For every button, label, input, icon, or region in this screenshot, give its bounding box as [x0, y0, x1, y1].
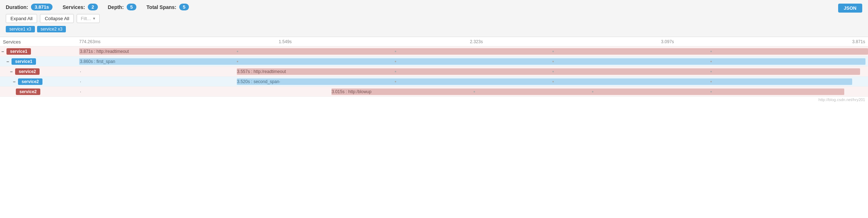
dot: [395, 71, 396, 72]
row-timeline: 3.860s : first_span: [79, 56, 868, 66]
stats-row: Duration: 3.871s Services: 2 Depth: 5 To…: [6, 4, 862, 10]
row-service-col: – service1: [0, 48, 79, 55]
dot: [395, 61, 396, 62]
filter-button[interactable]: Filt... ▼: [77, 14, 100, 23]
collapse-row-button[interactable]: –: [6, 59, 10, 64]
dot: [237, 61, 238, 62]
duration-label: Duration:: [6, 4, 28, 10]
time-marker-1: 774.263ms: [79, 39, 100, 45]
dot-prefix: ·: [80, 89, 81, 94]
dot: [395, 51, 396, 52]
services-label: Services:: [63, 4, 85, 10]
row-service-col: – service1: [0, 58, 79, 65]
dot-prefix: ·: [80, 79, 81, 84]
service-label[interactable]: service2: [16, 88, 40, 95]
trace-row: – service2 · 3.520s : second_span·: [0, 77, 868, 87]
collapse-all-button[interactable]: Collapse All: [40, 14, 74, 23]
dot: [710, 51, 712, 52]
span-bar: [79, 58, 865, 65]
span-bar: [237, 68, 860, 75]
dot: [710, 61, 712, 62]
trace-row: – service1 3.860s : first_span: [0, 56, 868, 67]
tags-row: service1 x3 service2 x3: [6, 26, 862, 32]
total-spans-value: 5: [179, 4, 189, 10]
dot: [710, 81, 712, 82]
duration-stat: Duration: 3.871s: [6, 4, 53, 10]
dot: [237, 51, 238, 52]
span-bar: [331, 88, 844, 95]
depth-label: Depth:: [108, 4, 124, 10]
trace-row: – service2 · 3.557s : http:/readtimeout: [0, 67, 868, 77]
dot: [710, 91, 712, 92]
span-bar: [79, 48, 868, 55]
dot: [552, 61, 554, 62]
dot: [552, 71, 554, 72]
dot: [474, 91, 475, 92]
services-column-header: Services: [0, 39, 79, 45]
time-marker-4: 3.097s: [661, 39, 674, 45]
dot: [592, 91, 593, 92]
service-label[interactable]: service1: [12, 58, 36, 65]
row-timeline: · 3.557s : http:/readtimeout: [79, 67, 868, 76]
dot: [552, 51, 554, 52]
dot-prefix: ·: [80, 69, 81, 74]
service2-tag[interactable]: service2 x3: [37, 26, 66, 32]
services-value: 2: [88, 4, 98, 10]
service-label[interactable]: service2: [18, 78, 42, 85]
collapse-row-button[interactable]: –: [13, 79, 17, 84]
top-bar: Duration: 3.871s Services: 2 Depth: 5 To…: [0, 0, 868, 37]
trace-area: Services 774.263ms 1.549s 2.323s 3.097s …: [0, 37, 868, 103]
dot: [395, 81, 396, 82]
span-bar: [237, 78, 852, 85]
json-button[interactable]: JSON: [838, 4, 862, 13]
trace-row: service2 · 3.015s : http:/blowup: [0, 87, 868, 97]
expand-all-button[interactable]: Expand All: [6, 14, 37, 23]
trace-row: – service1 3.871s : http:/readtimeout: [0, 46, 868, 56]
chevron-down-icon: ▼: [92, 17, 96, 21]
dot: [710, 71, 712, 72]
row-service-col: service2: [0, 88, 79, 95]
depth-stat: Depth: 5: [108, 4, 137, 10]
depth-value: 5: [127, 4, 136, 10]
total-spans-stat: Total Spans: 5: [146, 4, 189, 10]
service1-tag[interactable]: service1 x3: [6, 26, 35, 32]
row-timeline: 3.871s : http:/readtimeout: [79, 46, 868, 56]
row-service-col: – service2: [0, 78, 79, 85]
collapse-row-button[interactable]: –: [1, 49, 5, 54]
time-marker-2: 1.549s: [279, 39, 292, 45]
timeline-markers: 774.263ms 1.549s 2.323s 3.097s 3.871s: [79, 39, 868, 45]
duration-value: 3.871s: [31, 4, 53, 10]
services-stat: Services: 2: [63, 4, 98, 10]
row-timeline: · 3.520s : second_span·: [79, 77, 868, 86]
time-marker-3: 2.323s: [470, 39, 483, 45]
watermark: http://blog.csdn.net/hry201: [0, 97, 868, 103]
row-timeline: · 3.015s : http:/blowup: [79, 87, 868, 96]
filter-label: Filt...: [81, 16, 91, 21]
service-label[interactable]: service2: [15, 68, 40, 75]
dot: [552, 81, 554, 82]
service-label[interactable]: service1: [6, 48, 31, 55]
timeline-header: Services 774.263ms 1.549s 2.323s 3.097s …: [0, 37, 868, 46]
time-marker-5: 3.871s: [852, 39, 865, 45]
total-spans-label: Total Spans:: [146, 4, 176, 10]
row-service-col: – service2: [0, 68, 79, 75]
collapse-row-button[interactable]: –: [10, 69, 14, 74]
controls-row: Expand All Collapse All Filt... ▼: [6, 14, 862, 23]
